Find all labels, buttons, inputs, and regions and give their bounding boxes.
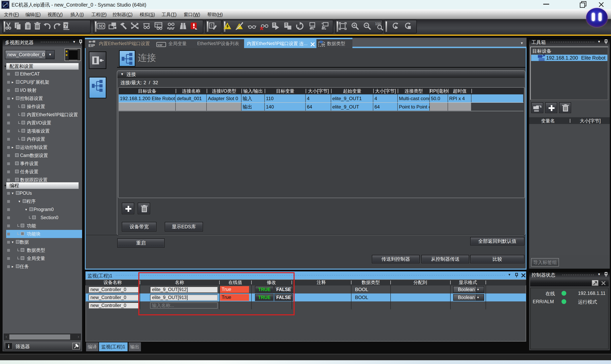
svg-text:var: var: [158, 43, 163, 47]
svg-text:3D: 3D: [98, 24, 104, 29]
svg-text:EIP: EIP: [88, 43, 95, 48]
svg-text:?: ?: [64, 23, 67, 29]
